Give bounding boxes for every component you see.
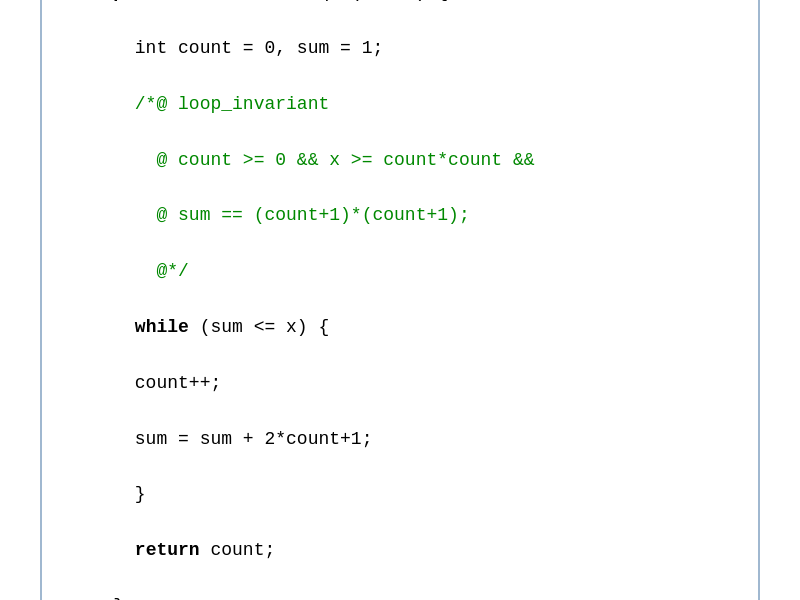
line-2: int count = 0, sum = 1; (113, 38, 383, 58)
line-4: @ count >= 0 && x >= count*count && (113, 150, 534, 170)
line-10: } (113, 484, 145, 504)
line-12: } (113, 596, 124, 600)
line-1: public static int sqrt(int x) { (113, 0, 448, 2)
line-7-rest: (sum <= x) { (189, 317, 329, 337)
line-9: sum = sum + 2*count+1; (113, 429, 372, 449)
code-container: public static int sqrt(int x) { int coun… (40, 0, 760, 600)
line-3: /*@ loop_invariant (113, 94, 329, 114)
line-11-rest: count; (200, 540, 276, 560)
line-6: @*/ (113, 261, 189, 281)
keyword-return: return (135, 540, 200, 560)
line-11-indent (113, 540, 135, 560)
line-5: @ sum == (count+1)*(count+1); (113, 205, 469, 225)
line-7: while (sum <= x) { (113, 317, 329, 337)
line-1-rest: int sqrt(int x) { (254, 0, 448, 2)
code-block: public static int sqrt(int x) { int coun… (70, 0, 730, 600)
line-7-indent (113, 317, 135, 337)
keyword-while: while (135, 317, 189, 337)
line-8: count++; (113, 373, 221, 393)
line-11: return count; (113, 540, 275, 560)
keyword-public-static: public static (113, 0, 253, 2)
